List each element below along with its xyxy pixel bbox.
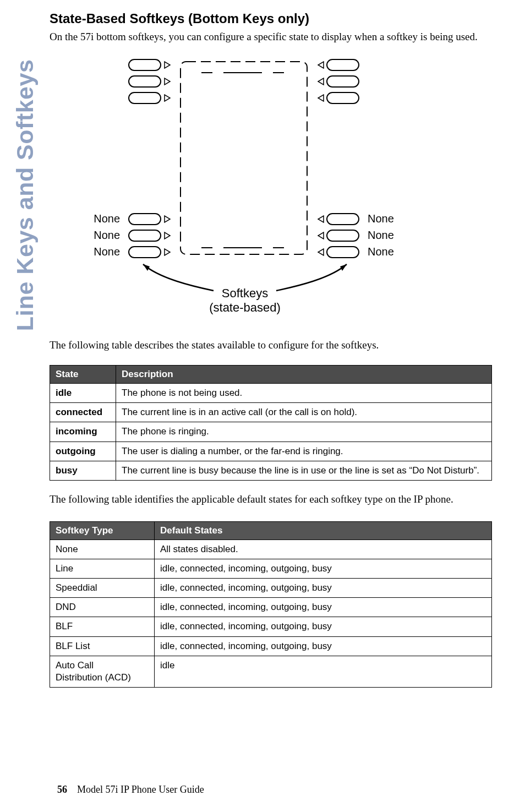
svg-marker-20: [340, 264, 347, 271]
states-intro: The following table describes the states…: [50, 338, 492, 352]
svg-marker-19: [143, 264, 150, 271]
table-row: connectedThe current line is in an activ…: [50, 403, 492, 422]
side-tab-label: Line Keys and Softkeys: [12, 59, 39, 331]
svg-rect-9: [129, 92, 161, 103]
svg-rect-15: [129, 247, 161, 258]
bottom-left-buttons: [129, 214, 170, 258]
page-content: State-Based Softkeys (Bottom Keys only) …: [50, 0, 525, 812]
intro-paragraph: On the 57i bottom softkeys, you can conf…: [50, 30, 492, 44]
svg-rect-8: [129, 76, 161, 87]
page-footer: 56 Model 57i IP Phone User Guide: [57, 784, 204, 795]
diagram-label-none: None: [94, 246, 120, 258]
states-table: State Description idleThe phone is not b…: [50, 365, 492, 480]
table-row: Auto Call Distribution (ACD)idle: [50, 656, 492, 687]
top-right-buttons: [318, 59, 359, 103]
bottom-right-buttons: [318, 214, 359, 258]
table-row: Speeddialidle, connected, incoming, outg…: [50, 579, 492, 598]
svg-rect-17: [327, 230, 359, 241]
top-left-buttons: [129, 59, 170, 103]
states-header-state: State: [50, 366, 116, 384]
side-tab: Line Keys and Softkeys: [0, 0, 50, 812]
softkey-types-table: Softkey Type Default States NoneAll stat…: [50, 521, 492, 688]
section-heading: State-Based Softkeys (Bottom Keys only): [50, 11, 492, 26]
table-row: busyThe current line is busy because the…: [50, 461, 492, 480]
page-number: 56: [57, 784, 67, 795]
diagram-label-none: None: [94, 229, 120, 241]
svg-rect-0: [181, 62, 307, 254]
types-intro: The following table identifies the appli…: [50, 491, 492, 508]
svg-rect-12: [327, 92, 359, 103]
table-row: outgoingThe user is dialing a number, or…: [50, 442, 492, 461]
diagram-caption-top: Softkeys: [222, 286, 268, 300]
table-row: BLF Listidle, connected, incoming, outgo…: [50, 636, 492, 656]
table-row: BLFidle, connected, incoming, outgoing, …: [50, 617, 492, 636]
svg-rect-18: [327, 247, 359, 258]
table-header-row: State Description: [50, 366, 492, 384]
table-row: NoneAll states disabled.: [50, 540, 492, 559]
table-header-row: Softkey Type Default States: [50, 522, 492, 540]
svg-rect-7: [129, 59, 161, 70]
svg-rect-13: [129, 214, 161, 225]
diagram-label-none: None: [368, 212, 394, 225]
footer-title: Model 57i IP Phone User Guide: [77, 784, 204, 795]
diagram-label-none: None: [368, 246, 394, 258]
svg-rect-10: [327, 59, 359, 70]
diagram-label-none: None: [368, 229, 394, 241]
table-row: incomingThe phone is ringing.: [50, 422, 492, 442]
svg-rect-16: [327, 214, 359, 225]
svg-rect-11: [327, 76, 359, 87]
table-row: Lineidle, connected, incoming, outgoing,…: [50, 559, 492, 579]
types-header-type: Softkey Type: [50, 522, 155, 540]
diagram-label-none: None: [94, 212, 120, 225]
phone-diagram: None None None None None None Softkeys (…: [50, 57, 415, 321]
table-row: DNDidle, connected, incoming, outgoing, …: [50, 598, 492, 617]
types-header-states: Default States: [155, 522, 492, 540]
states-header-description: Description: [116, 366, 492, 384]
diagram-caption-bottom: (state-based): [209, 301, 281, 314]
table-row: idleThe phone is not being used.: [50, 384, 492, 403]
svg-rect-14: [129, 230, 161, 241]
